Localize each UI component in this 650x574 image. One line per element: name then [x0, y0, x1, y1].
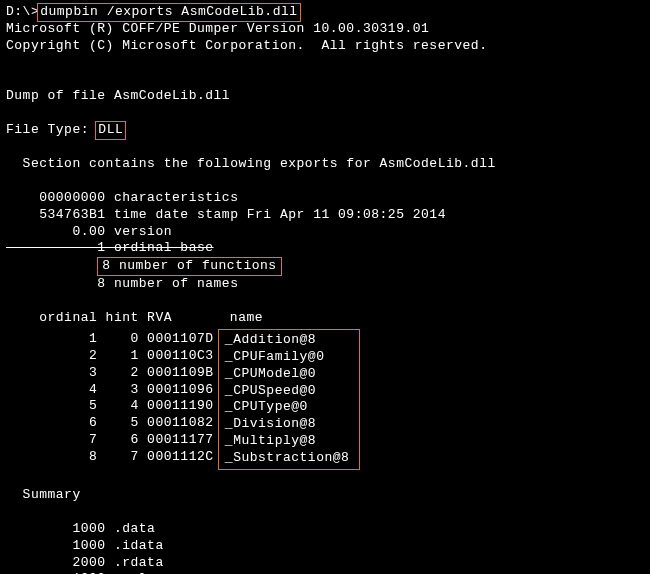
num-functions: 8 number of functions [97, 257, 281, 276]
export-name: _Division@8 [225, 416, 350, 433]
summary-row: 2000 .rdata [6, 555, 644, 572]
prompt: D:\> [6, 4, 39, 19]
export-name: _CPUType@0 [225, 399, 350, 416]
file-type-value: DLL [95, 121, 126, 140]
export-name: _Substraction@8 [225, 450, 350, 467]
summary-row: 1000 .data [6, 521, 644, 538]
table-row: 8 7 0001112C [6, 449, 222, 466]
export-name: _Addition@8 [225, 332, 350, 349]
export-table-left: ordinal hint RVA 1 0 0001107D 2 1 000110… [6, 310, 222, 466]
section-header: Section contains the following exports f… [6, 156, 644, 173]
table-row: 1 0 0001107D [6, 331, 222, 348]
table-header-left: ordinal hint RVA [6, 310, 222, 327]
ordinal-base: 1 ordinal base [6, 240, 644, 257]
table-row: 2 1 000110C3 [6, 348, 222, 365]
table-row: 5 4 00011190 [6, 398, 222, 415]
characteristics: 00000000 characteristics [6, 190, 644, 207]
table-row: 4 3 00011096 [6, 382, 222, 399]
file-type-line: File Type: DLL [6, 122, 644, 139]
export-table-names: name _Addition@8 _CPUFamily@0 _CPUModel@… [222, 310, 361, 470]
version: 0.00 version [6, 224, 644, 241]
table-header-name: name [222, 310, 361, 327]
export-name: _Multiply@8 [225, 433, 350, 450]
table-row: 7 6 00011177 [6, 432, 222, 449]
banner-2: Copyright (C) Microsoft Corporation. All… [6, 38, 644, 55]
export-name: _CPUSpeed@0 [225, 383, 350, 400]
prompt-line[interactable]: D:\>dumpbin /exports AsmCodeLib.dll [6, 4, 644, 21]
command: dumpbin /exports AsmCodeLib.dll [37, 3, 300, 22]
export-name: _CPUModel@0 [225, 366, 350, 383]
table-row: 3 2 0001109B [6, 365, 222, 382]
num-names: 8 number of names [6, 276, 644, 293]
summary-row: 1000 .idata [6, 538, 644, 555]
dump-of-file: Dump of file AsmCodeLib.dll [6, 88, 644, 105]
summary-label: Summary [6, 487, 644, 504]
num-functions-line: 8 number of functions [6, 257, 644, 276]
export-name: _CPUFamily@0 [225, 349, 350, 366]
banner-1: Microsoft (R) COFF/PE Dumper Version 10.… [6, 21, 644, 38]
file-type-label: File Type: [6, 122, 97, 137]
table-row: 6 5 00011082 [6, 415, 222, 432]
timestamp: 534763B1 time date stamp Fri Apr 11 09:0… [6, 207, 644, 224]
